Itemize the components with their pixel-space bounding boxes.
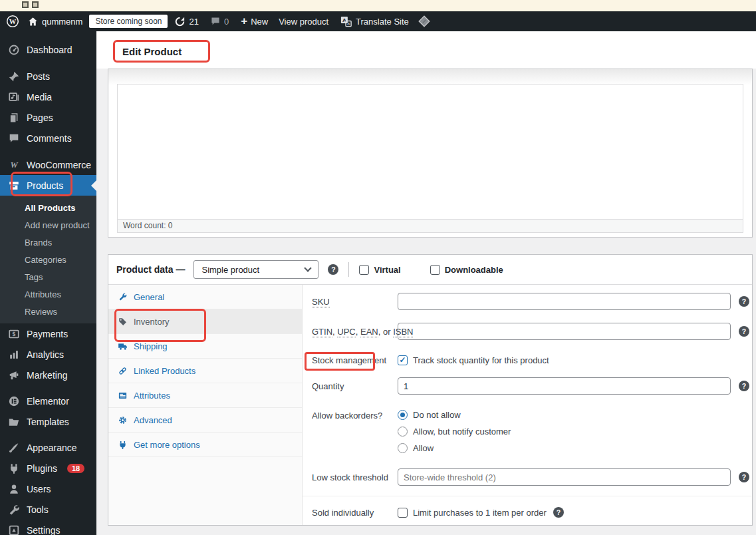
view-product-link[interactable]: View product: [279, 17, 328, 27]
tab-inventory[interactable]: Inventory: [108, 309, 302, 334]
quantity-input[interactable]: [398, 377, 731, 395]
new-content-menu[interactable]: + New: [241, 17, 268, 27]
editor-content-area[interactable]: Word count: 0: [117, 84, 743, 233]
main-content: Edit Product Word count: 0 Product data …: [96, 31, 756, 535]
updates-menu[interactable]: 21: [174, 16, 198, 27]
editor-toolbar-area: [108, 69, 752, 85]
sidebar-item-marketing[interactable]: Marketing: [0, 365, 96, 385]
sidebar-item-comments[interactable]: Comments: [0, 128, 96, 148]
product-type-help-icon[interactable]: ?: [328, 264, 338, 275]
sidebar-item-payments[interactable]: $ Payments: [0, 323, 96, 344]
low-stock-input[interactable]: [398, 468, 731, 486]
limit-purchases-label: Limit purchases to 1 item per order: [413, 508, 547, 518]
svg-text:$: $: [13, 331, 16, 337]
gtin-help-icon[interactable]: ?: [739, 326, 749, 337]
comments-menu[interactable]: 0: [210, 16, 229, 27]
backorders-row: Allow backorders? Do not allow Allow, bu…: [312, 409, 752, 453]
product-type-select[interactable]: Simple product: [193, 260, 318, 279]
gtin-input[interactable]: [398, 323, 731, 340]
sidebar-item-tools[interactable]: Tools: [0, 499, 96, 520]
submenu-item-add-new-product[interactable]: Add new product: [0, 217, 96, 234]
products-icon: [8, 180, 20, 192]
submenu-item-reviews[interactable]: Reviews: [0, 303, 96, 321]
sidebar-item-settings[interactable]: Settings: [0, 520, 96, 535]
tab-linked-products[interactable]: Linked Products: [108, 359, 302, 383]
backorders-label: Allow backorders?: [312, 409, 398, 421]
quantity-row: Quantity ?: [312, 377, 752, 395]
submenu-item-attributes[interactable]: Attributes: [0, 286, 96, 303]
downloadable-checkbox[interactable]: [430, 265, 440, 275]
radio[interactable]: [398, 443, 408, 453]
sidebar-item-appearance[interactable]: Appearance: [0, 437, 96, 458]
sidebar-item-products[interactable]: Products: [0, 175, 96, 196]
low-stock-help-icon[interactable]: ?: [739, 472, 749, 482]
tab-attributes[interactable]: Attributes: [108, 383, 302, 408]
submenu-item-brands[interactable]: Brands: [0, 234, 96, 252]
admin-sidebar: Dashboard Posts Media Pages Comments W W…: [0, 31, 96, 535]
sidebar-item-dashboard[interactable]: Dashboard: [0, 39, 96, 60]
sidebar-item-media[interactable]: Media: [0, 87, 96, 107]
link-icon: [118, 366, 128, 376]
virtual-checkbox[interactable]: [359, 265, 369, 275]
media-icon: [8, 91, 20, 103]
site-menu[interactable]: qummenm: [27, 16, 82, 27]
product-type-value: Simple product: [201, 265, 259, 275]
pages-icon: [8, 112, 20, 124]
marketing-icon: [8, 369, 20, 381]
product-description-editor[interactable]: Word count: 0: [108, 69, 753, 238]
track-stock-label: Track stock quantity for this product: [413, 355, 549, 365]
tab-advanced[interactable]: Advanced: [108, 408, 302, 433]
product-data-header: Product data — Simple product ? Virtual …: [108, 255, 752, 285]
sidebar-item-templates[interactable]: Templates: [0, 411, 96, 432]
sku-input[interactable]: [398, 293, 731, 310]
sidebar-item-users[interactable]: Users: [0, 478, 96, 499]
tab-get-more-options[interactable]: Get more options: [108, 433, 302, 457]
quantity-help-icon[interactable]: ?: [739, 381, 749, 391]
stock-management-row: Stock management Track stock quantity fo…: [312, 353, 752, 367]
appearance-icon: [8, 442, 20, 454]
posts-icon: [8, 71, 20, 83]
sku-help-icon[interactable]: ?: [739, 296, 749, 307]
gear-icon: [118, 415, 128, 425]
downloadable-label: Downloadable: [445, 265, 503, 275]
new-label: New: [251, 17, 268, 27]
users-icon: [8, 483, 20, 495]
track-stock-checkbox[interactable]: [398, 355, 408, 365]
submenu-item-categories[interactable]: Categories: [0, 252, 96, 269]
tab-shipping[interactable]: Shipping: [108, 334, 302, 359]
wordpress-admin-screen: W qummenm Store coming soon 21 0 + New V…: [0, 0, 756, 535]
translate-site-menu[interactable]: Aa Translate Site: [340, 15, 409, 28]
sidebar-item-pages[interactable]: Pages: [0, 107, 96, 128]
backorder-option-allow-notify[interactable]: Allow, but notify customer: [398, 426, 511, 437]
site-name: qummenm: [42, 17, 82, 27]
submenu-item-tags[interactable]: Tags: [0, 269, 96, 286]
store-coming-soon-badge[interactable]: Store coming soon: [89, 15, 168, 28]
elementor-icon: [8, 395, 20, 407]
submenu-item-all-products[interactable]: All Products: [0, 200, 96, 217]
svg-text:W: W: [10, 160, 18, 170]
quantity-label: Quantity: [312, 381, 398, 391]
update-count: 21: [189, 17, 198, 27]
sold-individually-help-icon[interactable]: ?: [553, 507, 564, 518]
plugin-diamond-menu[interactable]: [418, 15, 431, 28]
sidebar-item-woocommerce[interactable]: W WooCommerce: [0, 154, 96, 175]
product-data-panel: Product data — Simple product ? Virtual …: [108, 254, 753, 526]
limit-purchases-checkbox[interactable]: [398, 508, 408, 518]
backorder-option-do-not-allow[interactable]: Do not allow: [398, 409, 511, 420]
sidebar-item-elementor[interactable]: Elementor: [0, 391, 96, 411]
sidebar-item-posts[interactable]: Posts: [0, 66, 96, 87]
plugins-icon: [8, 462, 20, 474]
wordpress-logo-icon[interactable]: W: [6, 15, 19, 28]
radio[interactable]: [398, 427, 408, 437]
backorder-option-allow[interactable]: Allow: [398, 443, 511, 453]
inventory-panel: SKU ? GTIN, UPC, EAN, or ISBN ? Stock ma…: [303, 285, 752, 525]
plugins-update-badge: 18: [67, 464, 84, 473]
sidebar-item-plugins[interactable]: Plugins 18: [0, 458, 96, 478]
sold-individually-row: Sold individually Limit purchases to 1 i…: [312, 505, 752, 520]
tab-general[interactable]: General: [108, 285, 302, 309]
sidebar-item-analytics[interactable]: Analytics: [0, 344, 96, 365]
admin-bar: W qummenm Store coming soon 21 0 + New V…: [0, 11, 756, 31]
payments-icon: $: [8, 328, 20, 340]
sku-row: SKU ?: [312, 293, 752, 310]
radio-selected[interactable]: [398, 410, 408, 420]
